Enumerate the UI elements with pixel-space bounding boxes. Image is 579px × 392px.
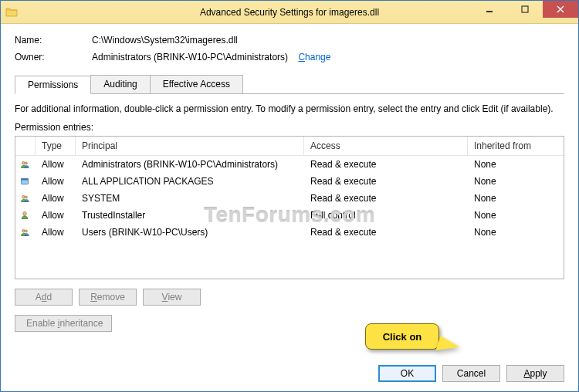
permission-table-body: AllowAdministrators (BRINK-W10-PC\Admini… xyxy=(15,156,564,241)
change-link-rest: hange xyxy=(305,52,330,63)
principal-icon xyxy=(15,157,36,171)
name-label: Name: xyxy=(15,35,92,46)
svg-point-7 xyxy=(25,196,27,198)
cell-type: Allow xyxy=(36,209,76,221)
owner-label: Owner: xyxy=(15,52,92,63)
change-owner-link[interactable]: Change xyxy=(298,52,330,63)
principal-icon xyxy=(15,174,36,188)
cell-principal: SYSTEM xyxy=(76,192,304,204)
owner-row: Owner: Administrators (BRINK-W10-PC\Admi… xyxy=(15,52,564,63)
titlebar: Advanced Security Settings for imageres.… xyxy=(1,1,578,24)
col-access[interactable]: Access xyxy=(304,137,468,155)
permission-entries-label: Permission entries: xyxy=(15,122,564,133)
svg-point-8 xyxy=(23,212,27,216)
name-value: C:\Windows\System32\imageres.dll xyxy=(92,35,238,46)
cell-principal: Users (BRINK-W10-PC\Users) xyxy=(76,226,304,238)
col-inherited[interactable]: Inherited from xyxy=(468,137,564,155)
svg-point-9 xyxy=(22,229,25,231)
cell-type: Allow xyxy=(36,175,76,188)
cell-inherited: None xyxy=(468,175,564,188)
cell-inherited: None xyxy=(468,226,564,238)
cell-type: Allow xyxy=(36,158,76,171)
tab-permissions[interactable]: Permissions xyxy=(15,76,91,94)
owner-value: Administrators (BRINK-W10-PC\Administrat… xyxy=(92,52,330,63)
dialog-footer: OK Cancel Apply xyxy=(15,357,564,382)
cell-principal: Administrators (BRINK-W10-PC\Administrat… xyxy=(76,158,304,171)
cell-inherited: None xyxy=(468,158,564,171)
svg-point-2 xyxy=(22,161,25,164)
svg-point-3 xyxy=(25,162,27,164)
add-button[interactable]: Add xyxy=(15,289,73,306)
svg-point-6 xyxy=(22,195,25,198)
tab-auditing[interactable]: Auditing xyxy=(90,75,150,93)
cell-access: Read & execute xyxy=(304,158,468,171)
principal-icon xyxy=(15,191,36,205)
enable-inheritance-button[interactable]: Enable inheritance xyxy=(15,315,112,332)
svg-rect-0 xyxy=(486,11,493,12)
svg-point-10 xyxy=(25,230,27,232)
owner-text: Administrators (BRINK-W10-PC\Administrat… xyxy=(92,52,288,63)
maximize-button[interactable] xyxy=(507,1,543,18)
tabs: Permissions Auditing Effective Access xyxy=(15,75,564,94)
svg-rect-5 xyxy=(22,178,29,180)
table-row[interactable]: AllowSYSTEMRead & executeNone xyxy=(15,190,564,207)
principal-icon xyxy=(15,208,36,222)
principal-icon xyxy=(15,225,36,239)
info-text: For additional information, double-click… xyxy=(15,103,564,114)
apply-button[interactable]: Apply xyxy=(506,365,564,382)
name-row: Name: C:\Windows\System32\imageres.dll xyxy=(15,35,564,46)
cell-inherited: None xyxy=(468,192,564,204)
table-row[interactable]: AllowALL APPLICATION PACKAGESRead & exec… xyxy=(15,173,564,190)
permission-table-header: Type Principal Access Inherited from xyxy=(15,137,564,156)
cell-access: Read & execute xyxy=(304,192,468,204)
cell-principal: ALL APPLICATION PACKAGES xyxy=(76,175,304,188)
svg-rect-1 xyxy=(522,6,528,12)
col-spacer[interactable] xyxy=(15,137,36,155)
cell-type: Allow xyxy=(36,192,76,204)
ok-button[interactable]: OK xyxy=(378,365,436,382)
table-row[interactable]: AllowTrustedInstallerFull controlNone xyxy=(15,207,564,224)
cell-access: Full control xyxy=(304,209,468,221)
cancel-button[interactable]: Cancel xyxy=(442,365,500,382)
close-button[interactable] xyxy=(543,1,578,18)
cell-type: Allow xyxy=(36,226,76,238)
col-principal[interactable]: Principal xyxy=(76,137,304,155)
view-button[interactable]: View xyxy=(143,289,201,306)
security-settings-window: Advanced Security Settings for imageres.… xyxy=(0,0,579,392)
minimize-button[interactable] xyxy=(472,1,507,18)
window-controls xyxy=(472,1,578,23)
tab-effective-access[interactable]: Effective Access xyxy=(150,75,243,93)
col-type[interactable]: Type xyxy=(36,137,76,155)
folder-icon xyxy=(5,6,18,19)
cell-inherited: None xyxy=(468,209,564,221)
remove-button[interactable]: Remove xyxy=(79,289,137,306)
cell-principal: TrustedInstaller xyxy=(76,209,304,221)
client-area: Name: C:\Windows\System32\imageres.dll O… xyxy=(1,24,578,391)
table-row[interactable]: AllowUsers (BRINK-W10-PC\Users)Read & ex… xyxy=(15,224,564,241)
inheritance-row: Enable inheritance xyxy=(15,315,564,332)
cell-access: Read & execute xyxy=(304,175,468,188)
cell-access: Read & execute xyxy=(304,226,468,238)
entry-buttons: Add Remove View xyxy=(15,289,564,306)
callout-bubble: Click on xyxy=(365,323,439,350)
table-row[interactable]: AllowAdministrators (BRINK-W10-PC\Admini… xyxy=(15,156,564,173)
permission-table: Type Principal Access Inherited from All… xyxy=(15,136,564,279)
